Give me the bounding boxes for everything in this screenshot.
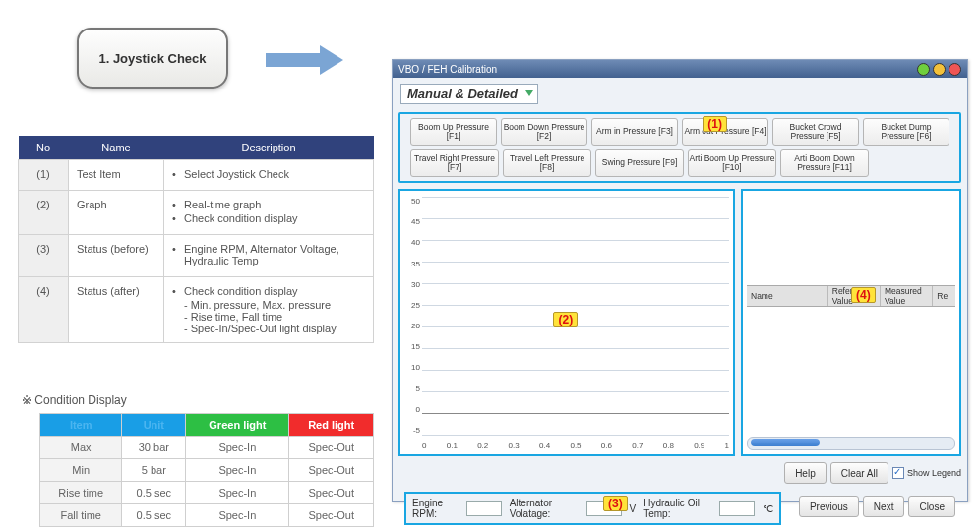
minimize-icon[interactable]	[917, 63, 930, 76]
callout-1: (1)	[703, 116, 727, 132]
desc-th-desc: Description	[164, 136, 374, 160]
window-title: VBO / FEH Calibration	[398, 64, 497, 75]
desc-desc-3: Engine RPM, Alternator Voltage, Hydrauli…	[164, 235, 374, 277]
condition-table: Item Unit Green light Red light Max30 ba…	[39, 413, 374, 527]
xtick: 0.1	[447, 442, 458, 450]
previous-button[interactable]: Previous	[799, 496, 859, 517]
boom-up-button[interactable]: Boom Up Pressure [F1]	[410, 118, 497, 146]
ytick: 50	[411, 197, 420, 206]
desc-no-4: (4)	[19, 277, 69, 343]
travel-right-button[interactable]: Travel Right Pressure [F7]	[410, 149, 499, 177]
travel-left-button[interactable]: Travel Left Pressure [F8]	[503, 149, 591, 177]
boom-down-button[interactable]: Boom Down Pressure [F2]	[501, 118, 587, 146]
desc-no-2: (2)	[19, 191, 69, 235]
app-window: VBO / FEH Calibration Manual & Detailed …	[392, 59, 968, 502]
horizontal-scrollbar[interactable]	[747, 437, 955, 450]
desc-name-2: Graph	[69, 191, 164, 235]
arti-boom-up-button[interactable]: Arti Boom Up Pressure [F10]	[688, 149, 776, 177]
desc-sub: - Min. pressure, Max. pressure	[172, 299, 365, 311]
desc-bullet: Real-time graph	[184, 199, 365, 210]
xtick: 0.5	[570, 442, 581, 450]
desc-sub: - Rise time, Fall time	[172, 311, 365, 323]
test-item-group: Boom Up Pressure [F1] Boom Down Pressure…	[398, 112, 961, 183]
y-axis: 50454035302520151050-5	[402, 197, 420, 435]
desc-name-3: Status (before)	[69, 235, 164, 277]
volt-unit: V	[630, 503, 637, 514]
cond-th-green: Green light	[186, 414, 289, 437]
thdr-re: Re	[933, 286, 955, 306]
cond-cell: 0.5 sec	[122, 504, 186, 527]
ytick: 5	[416, 384, 420, 393]
thdr-name: Name	[747, 286, 828, 306]
cond-cell: Spec-In	[186, 504, 289, 527]
bucket-crowd-button[interactable]: Bucket Crowd Pressure [F5]	[772, 118, 859, 146]
cond-cell: Spec-In	[186, 459, 289, 482]
callout-2: (2)	[553, 312, 578, 327]
ytick: 20	[411, 322, 420, 330]
ytick: 25	[411, 301, 420, 310]
desc-desc-2: Real-time graphCheck condition display	[164, 191, 374, 235]
next-button[interactable]: Next	[863, 496, 905, 517]
cond-cell: Max	[40, 437, 122, 459]
desc-bullet: Engine RPM, Alternator Voltage, Hydrauli…	[184, 243, 365, 266]
bucket-dump-button[interactable]: Bucket Dump Pressure [F6]	[863, 118, 949, 146]
xtick: 0.4	[539, 442, 550, 450]
ytick: 10	[411, 363, 420, 372]
desc-th-name: Name	[69, 136, 164, 160]
xtick: 0.6	[601, 442, 612, 450]
status-table-panel: Name Reference Value Measured Value Re (…	[741, 189, 961, 456]
temp-unit: ℃	[763, 503, 773, 514]
mode-select-label: Manual & Detailed	[407, 87, 518, 101]
maximize-icon[interactable]	[933, 63, 946, 76]
ytick: 30	[411, 280, 420, 289]
close-button[interactable]: Close	[908, 496, 955, 517]
cond-cell: Spec-Out	[289, 504, 374, 527]
window-buttons	[917, 63, 961, 76]
cond-cell: 0.5 sec	[122, 482, 186, 504]
ytick: 45	[411, 217, 420, 226]
swing-button[interactable]: Swing Pressure [F9]	[595, 149, 684, 177]
cond-cell: Spec-In	[186, 437, 289, 459]
cond-cell: Min	[40, 459, 122, 482]
x-axis: 00.10.20.30.40.50.60.70.80.91	[422, 442, 729, 450]
mode-select[interactable]: Manual & Detailed	[400, 84, 538, 104]
engine-rpm-label: Engine RPM:	[412, 498, 459, 519]
xtick: 0.9	[694, 442, 704, 450]
titlebar: VBO / FEH Calibration	[393, 60, 967, 78]
thdr-meas: Measured Value	[881, 286, 933, 306]
condition-display-label: ※ Condition Display	[22, 393, 127, 407]
desc-sub: - Spec-In/Spec-Out light display	[172, 323, 365, 334]
show-legend-label: Show Legend	[907, 468, 961, 478]
desc-th-no: No	[19, 136, 69, 160]
ytick: -5	[413, 426, 420, 435]
status-bar: Engine RPM: Alternator Volatage: V Hydra…	[404, 492, 781, 525]
show-legend-checkbox[interactable]: Show Legend	[892, 467, 961, 479]
desc-desc-4: Check condition display - Min. pressure,…	[164, 277, 374, 343]
ytick: 35	[411, 260, 420, 268]
clear-all-button[interactable]: Clear All	[830, 462, 888, 484]
cond-cell: Spec-Out	[289, 482, 374, 504]
ytick: 15	[411, 342, 420, 351]
cond-cell: 5 bar	[122, 459, 186, 482]
joystick-check-box: 1. Joystick Check	[77, 28, 228, 89]
engine-rpm-field[interactable]	[466, 501, 502, 516]
cond-cell: Rise time	[40, 482, 122, 504]
cond-cell: Spec-Out	[289, 437, 374, 459]
joystick-check-label: 1. Joystick Check	[98, 51, 206, 66]
close-icon[interactable]	[949, 63, 961, 76]
callout-3: (3)	[603, 496, 628, 511]
desc-bullet: Check condition display	[184, 212, 365, 224]
cond-cell: Spec-Out	[289, 459, 374, 482]
alt-volt-label: Alternator Volatage:	[510, 498, 579, 519]
ytick: 0	[416, 405, 420, 414]
arm-in-button[interactable]: Arm in Pressure [F3]	[591, 118, 678, 146]
cond-cell: 30 bar	[122, 437, 186, 459]
xtick: 0	[422, 442, 426, 450]
ytick: 40	[411, 238, 420, 247]
xtick: 0.3	[509, 442, 520, 450]
help-button[interactable]: Help	[784, 462, 827, 484]
checkbox-icon	[892, 467, 904, 479]
arti-boom-down-button[interactable]: Arti Boom Down Pressure [F11]	[780, 149, 869, 177]
arrow-icon	[266, 45, 354, 75]
hyd-temp-field[interactable]	[719, 501, 755, 516]
